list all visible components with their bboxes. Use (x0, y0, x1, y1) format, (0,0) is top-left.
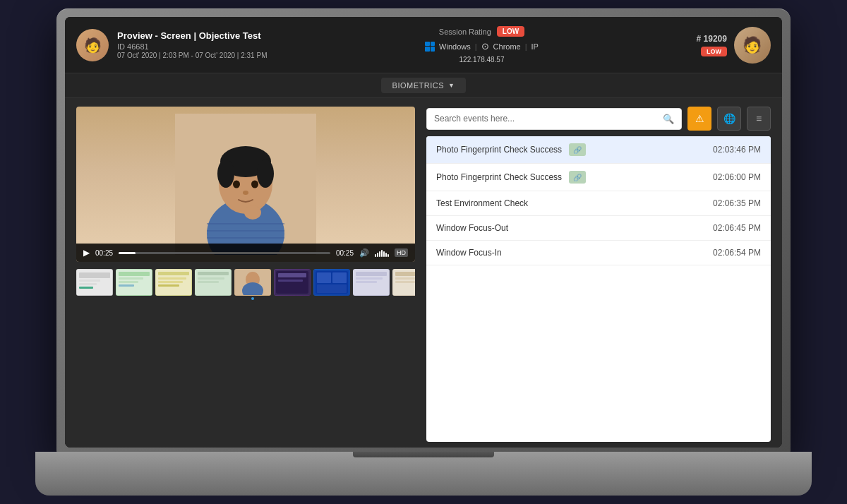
avatar: 🧑 (76, 29, 109, 61)
fingerprint-icon-1: 🔗 (569, 143, 586, 156)
event-time-5: 02:06:54 PM (713, 248, 761, 258)
windows-icon (425, 42, 435, 52)
svg-rect-32 (198, 281, 219, 283)
main-content: ▶ 00:25 00:25 🔊 (65, 98, 782, 448)
svg-rect-18 (79, 287, 93, 289)
settings-filter-button[interactable]: ≡ (747, 107, 771, 131)
search-row: Search events here... 🔍 ⚠ 🌐 ≡ (426, 107, 771, 131)
time-total: 00:25 (336, 249, 354, 257)
event-item-4[interactable]: Window Focus-Out 02:06:45 PM (426, 216, 771, 241)
session-date: 07 Oct' 2020 | 2:03 PM - 07 Oct' 2020 | … (117, 52, 267, 59)
svg-point-9 (243, 191, 248, 195)
event-time-1: 02:03:46 PM (713, 145, 761, 155)
event-label-3: Test Environment Check (436, 198, 528, 208)
laptop-screen-outer: 🧑 Proview - Screen | Objective Test ID 4… (56, 8, 791, 453)
svg-rect-50 (395, 272, 415, 276)
progress-bar[interactable] (119, 252, 330, 254)
svg-rect-25 (158, 272, 189, 275)
screen-content: 🧑 Proview - Screen | Objective Test ID 4… (65, 17, 782, 448)
video-container: ▶ 00:25 00:25 🔊 (76, 107, 415, 262)
svg-rect-31 (198, 277, 224, 280)
svg-rect-20 (119, 272, 150, 276)
candidate-badge: LOW (701, 47, 727, 56)
event-time-3: 02:06:35 PM (713, 198, 761, 208)
svg-rect-23 (119, 284, 134, 287)
session-title: Proview - Screen | Objective Test (117, 30, 267, 41)
alert-filter-button[interactable]: ⚠ (687, 107, 711, 131)
video-face (76, 107, 415, 262)
globe-filter-button[interactable]: 🌐 (717, 107, 741, 131)
laptop-shell: 🧑 Proview - Screen | Objective Test ID 4… (35, 8, 812, 496)
svg-rect-12 (207, 237, 284, 239)
thumb-1[interactable] (76, 269, 113, 296)
person-figure (175, 114, 316, 255)
svg-rect-43 (332, 272, 347, 283)
browser-label: Chrome (493, 42, 521, 51)
video-section: ▶ 00:25 00:25 🔊 (76, 107, 415, 442)
svg-rect-10 (207, 223, 284, 224)
event-label-2: Photo Fingerprint Check Success (436, 172, 562, 182)
svg-rect-22 (119, 281, 138, 283)
list-item (274, 269, 311, 300)
session-rating-row: Session Rating LOW (439, 26, 524, 37)
svg-rect-26 (158, 277, 186, 280)
event-item-3[interactable]: Test Environment Check 02:06:35 PM (426, 191, 771, 216)
browser-icon: ⊙ (481, 41, 489, 52)
svg-rect-38 (278, 273, 306, 277)
laptop-screen-bezel: 🧑 Proview - Screen | Objective Test ID 4… (65, 17, 782, 448)
session-rating-label: Session Rating (439, 28, 491, 36)
thumb-4[interactable] (195, 269, 232, 296)
ip-label: IP (531, 42, 539, 51)
list-item (195, 269, 232, 300)
thumb-6[interactable] (274, 269, 311, 296)
event-label-4: Window Focus-Out (436, 223, 508, 233)
header-center: Session Rating LOW Windows | ⊙ (425, 26, 539, 64)
play-button[interactable]: ▶ (83, 248, 90, 258)
svg-rect-39 (278, 280, 303, 282)
list-item (234, 269, 271, 300)
volume-icon[interactable]: 🔊 (359, 248, 369, 258)
thumb-7[interactable] (313, 269, 350, 296)
list-item (353, 269, 390, 300)
svg-rect-46 (356, 272, 387, 276)
volume-bars (375, 248, 389, 257)
thumb-2[interactable] (116, 269, 152, 296)
svg-rect-47 (356, 277, 383, 280)
events-panel: Search events here... 🔍 ⚠ 🌐 ≡ (426, 107, 771, 442)
event-time-2: 02:06:00 PM (713, 172, 761, 182)
thumb-3[interactable] (155, 269, 192, 296)
video-controls: ▶ 00:25 00:25 🔊 (76, 244, 415, 262)
event-item-2[interactable]: Photo Fingerprint Check Success 🔗 02:06:… (426, 164, 771, 191)
thumb-5[interactable] (234, 269, 271, 296)
biometrics-button[interactable]: BIOMETRICS ▼ (381, 78, 467, 93)
list-item (313, 269, 350, 300)
time-current: 00:25 (95, 249, 113, 257)
session-rating-badge: LOW (497, 26, 524, 37)
svg-rect-51 (395, 277, 415, 280)
event-time-4: 02:06:45 PM (713, 223, 761, 233)
system-info: Windows | ⊙ Chrome | IP (425, 41, 539, 52)
svg-rect-15 (79, 272, 110, 278)
quality-badge: HD (395, 248, 408, 257)
svg-rect-17 (79, 283, 97, 285)
header-right: # 19209 LOW 🧑 (697, 27, 771, 64)
svg-rect-21 (119, 277, 143, 280)
os-label: Windows (439, 42, 471, 51)
search-icon: 🔍 (663, 114, 674, 124)
header-info: Proview - Screen | Objective Test ID 466… (117, 30, 267, 59)
thumb-8[interactable] (353, 269, 390, 296)
thumb-9[interactable] (392, 269, 415, 296)
search-placeholder-text: Search events here... (434, 114, 515, 124)
svg-rect-16 (79, 280, 100, 282)
svg-rect-42 (317, 272, 331, 283)
svg-point-6 (257, 160, 274, 188)
svg-point-8 (251, 181, 258, 188)
list-item (392, 269, 415, 300)
search-box[interactable]: Search events here... 🔍 (426, 108, 682, 130)
thumb-indicator (251, 297, 254, 300)
event-item-5[interactable]: Window Focus-In 02:06:54 PM (426, 241, 771, 265)
event-item-1[interactable]: Photo Fingerprint Check Success 🔗 02:03:… (426, 136, 771, 164)
svg-point-5 (217, 160, 234, 188)
svg-rect-44 (317, 284, 347, 293)
laptop-base (35, 452, 812, 496)
